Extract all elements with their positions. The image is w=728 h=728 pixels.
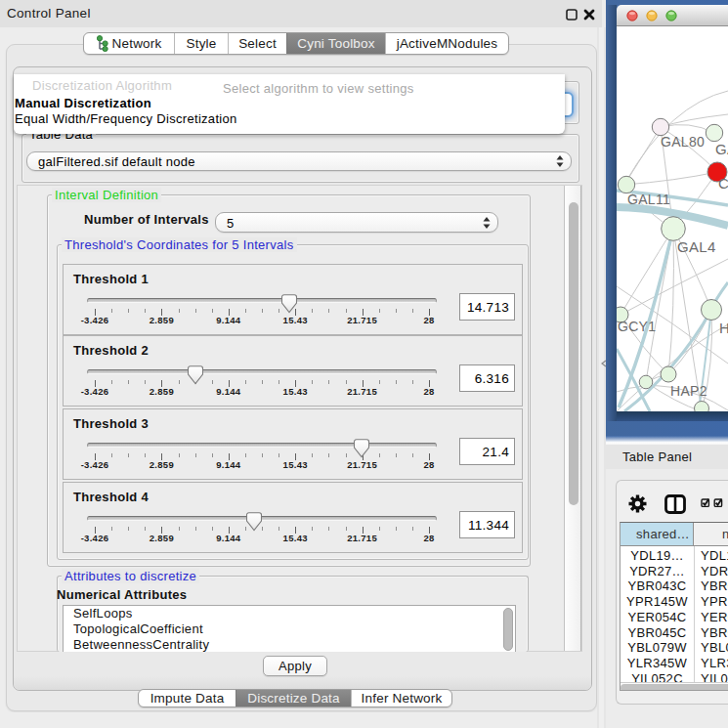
- svg-text:GAL80: GAL80: [661, 134, 705, 150]
- svg-text:H: H: [719, 320, 728, 336]
- svg-text:HAP2: HAP2: [670, 383, 707, 399]
- svg-text:GCY1: GCY1: [618, 319, 656, 334]
- svg-text:GA: GA: [715, 141, 728, 157]
- svg-text:C: C: [718, 175, 728, 192]
- svg-text:GAL11: GAL11: [627, 192, 670, 207]
- svg-text:GAL4: GAL4: [677, 238, 716, 255]
